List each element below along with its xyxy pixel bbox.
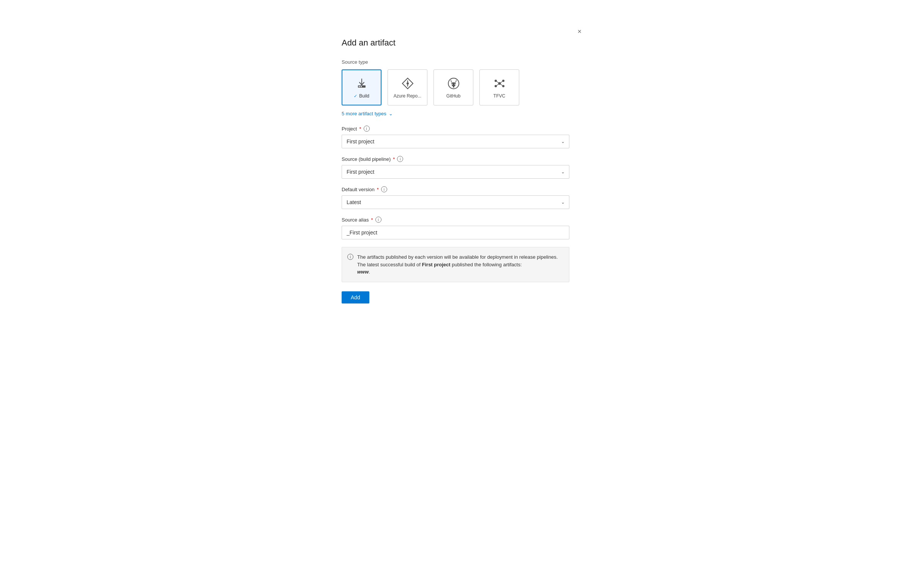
info-box-icon: i (347, 254, 353, 260)
info-box-text: The artifacts published by each version … (357, 254, 563, 276)
chevron-down-icon: ⌄ (389, 111, 393, 116)
default-version-select-wrapper: Latest ⌄ (341, 195, 570, 209)
source-required: * (393, 156, 395, 162)
project-info-icon: i (364, 126, 370, 132)
tfvc-icon (493, 77, 506, 90)
tfvc-tile-label: TFVC (494, 93, 505, 99)
azure-repos-tile-label: Azure Repo... (394, 93, 421, 99)
source-alias-info-icon: i (375, 216, 382, 223)
svg-rect-1 (359, 86, 360, 87)
svg-point-10 (498, 82, 501, 85)
source-info-icon: i (397, 156, 403, 162)
svg-line-15 (497, 81, 498, 83)
default-version-label-row: Default version * i (341, 186, 570, 192)
default-version-required: * (377, 187, 379, 192)
svg-point-8 (451, 84, 453, 85)
source-alias-label: Source alias (341, 217, 369, 223)
source-type-label: Source type (341, 59, 570, 65)
svg-point-7 (453, 86, 455, 88)
source-alias-field-group: Source alias * i (341, 216, 570, 239)
source-alias-label-row: Source alias * i (341, 216, 570, 223)
project-select[interactable]: First project (341, 135, 570, 148)
svg-line-17 (497, 84, 498, 86)
svg-point-3 (406, 82, 409, 85)
github-icon (447, 77, 460, 90)
project-required: * (359, 126, 361, 132)
default-version-label: Default version (341, 187, 375, 192)
build-tile-label: ✓ Build (354, 93, 369, 99)
project-select-wrapper: First project ⌄ (341, 135, 570, 148)
modal-title: Add an artifact (341, 38, 570, 48)
svg-line-18 (500, 84, 502, 86)
checkmark-icon: ✓ (354, 94, 357, 98)
default-version-info-icon: i (381, 186, 387, 192)
default-version-select[interactable]: Latest (341, 195, 570, 209)
source-label: Source (build pipeline) (341, 156, 391, 162)
more-types-button[interactable]: 5 more artifact types ⌄ (341, 111, 393, 116)
source-select-wrapper: First project ⌄ (341, 165, 570, 179)
artifact-info-box: i The artifacts published by each versio… (341, 247, 570, 282)
source-field-group: Source (build pipeline) * i First projec… (341, 156, 570, 179)
source-tile-build[interactable]: ✓ Build (341, 69, 382, 105)
source-alias-required: * (371, 217, 373, 223)
add-artifact-modal: × Add an artifact Source type ✓ Build (323, 23, 588, 323)
project-label-row: Project * i (341, 126, 570, 132)
source-alias-input[interactable] (341, 226, 570, 239)
add-button[interactable]: Add (341, 291, 369, 304)
source-tile-azure-repos[interactable]: Azure Repo... (388, 69, 427, 105)
project-field-group: Project * i First project ⌄ (341, 126, 570, 148)
source-type-tiles: ✓ Build Azure Repo... (341, 69, 570, 105)
svg-line-16 (500, 81, 502, 83)
source-tile-tfvc[interactable]: TFVC (479, 69, 519, 105)
close-button[interactable]: × (574, 27, 584, 36)
source-tile-github[interactable]: GitHub (434, 69, 473, 105)
source-label-row: Source (build pipeline) * i (341, 156, 570, 162)
svg-rect-2 (361, 86, 362, 87)
default-version-field-group: Default version * i Latest ⌄ (341, 186, 570, 209)
github-tile-label: GitHub (447, 93, 460, 99)
build-icon (355, 77, 369, 90)
project-label: Project (341, 126, 357, 132)
azure-repos-icon (401, 77, 414, 90)
more-types-label: 5 more artifact types (341, 111, 387, 116)
svg-point-9 (455, 84, 455, 85)
source-select[interactable]: First project (341, 165, 570, 179)
